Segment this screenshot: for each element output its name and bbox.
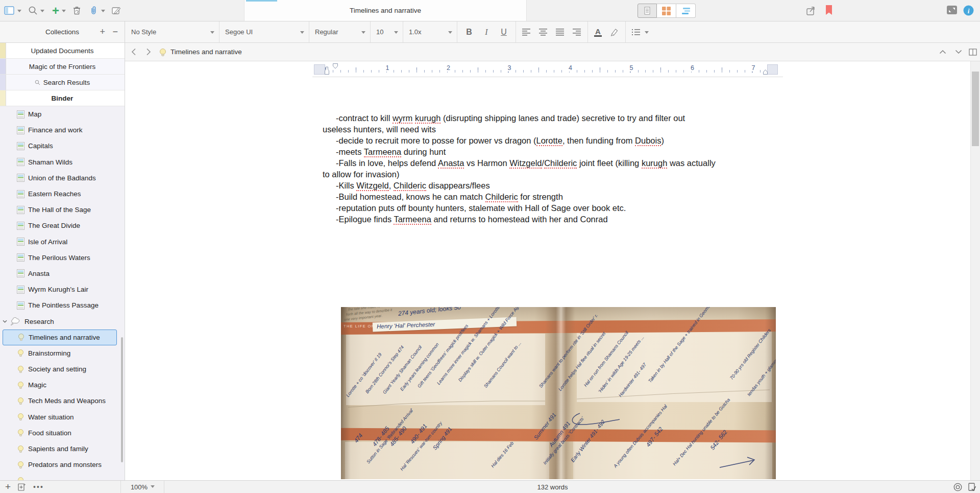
binder-item-magic[interactable]: Magic (0, 377, 125, 393)
collections-list: Updated DocumentsMagic of the FrontiersS… (0, 43, 125, 106)
editor-content[interactable]: 1234567 -contract to kill wyrm kurugh (d… (125, 61, 970, 480)
binder-item-finance-and-work[interactable]: Finance and work (0, 122, 125, 138)
page-view-icon[interactable] (968, 483, 976, 491)
binder-item-partial[interactable] (0, 473, 125, 480)
binder-item-predators-and-monsters[interactable]: Predators and monsters (0, 457, 125, 473)
binder-item-sapients-and-family[interactable]: Sapients and family (0, 441, 125, 457)
attachment-caret-icon[interactable] (101, 10, 105, 14)
split-editor-icon[interactable] (969, 49, 977, 56)
binder-panel-caret-icon[interactable] (17, 10, 21, 14)
forward-icon[interactable] (146, 48, 151, 56)
previous-document-icon[interactable] (939, 50, 946, 54)
binder-item-water-situation[interactable]: Water situation (0, 409, 125, 425)
right-indent-marker[interactable] (763, 69, 768, 75)
compose-icon[interactable] (111, 6, 121, 15)
binder-item-the-great-divide[interactable]: The Great Divide (0, 218, 125, 233)
binder-item-shaman-wilds[interactable]: Shaman Wilds (0, 154, 125, 170)
binder-sidebar: Updated DocumentsMagic of the FrontiersS… (0, 43, 125, 480)
inspector-info-icon[interactable]: i (963, 5, 974, 16)
ruler-number: 7 (750, 64, 757, 72)
next-document-icon[interactable] (955, 50, 962, 54)
outline-view-button[interactable] (676, 4, 696, 18)
ruler-baseline (312, 77, 783, 77)
collection-tab-magic-of-the-frontiers[interactable]: Magic of the Frontiers (0, 59, 125, 75)
binder-item-brainstorming[interactable]: Brainstorming (0, 345, 125, 361)
paragraph: -decide to recruit more to posse for pow… (323, 135, 792, 146)
project-targets-icon[interactable] (953, 483, 962, 491)
binder-item-wyrm-kurugh-s-lair[interactable]: Wyrm Kurugh's Lair (0, 281, 125, 297)
align-left-icon[interactable] (522, 29, 531, 36)
add-collection-button[interactable]: + (100, 21, 105, 42)
trash-icon[interactable] (72, 6, 82, 15)
ruler-ticks (325, 65, 767, 73)
binder-item-timelines-and-narrative[interactable]: Timelines and narrative (3, 330, 117, 345)
binder-item-food-situation[interactable]: Food situation (0, 425, 125, 441)
binder-item-isle-of-arrival[interactable]: Isle of Arrival (0, 234, 125, 250)
notebook-photo: THE LIFE OF Henry 'Hal' Perchester the t… (341, 307, 776, 479)
align-center-icon[interactable] (539, 29, 548, 36)
bookmark-icon[interactable] (825, 5, 833, 16)
font-family-select[interactable]: Segoe UI (219, 21, 309, 42)
back-icon[interactable] (131, 48, 136, 56)
first-line-indent-marker[interactable] (332, 63, 338, 69)
list-format-icon[interactable] (632, 29, 641, 36)
binder-item-tech-meds-and-weapons[interactable]: Tech Meds and Weapons (0, 393, 125, 409)
document-text[interactable]: -contract to kill wyrm kurugh (disruptin… (323, 112, 792, 225)
paragraph: -Build homestead, knows he can match Chi… (323, 191, 792, 202)
document-lightbulb-icon (159, 48, 167, 57)
line-spacing-select[interactable]: 1.0x (403, 21, 457, 42)
align-right-icon[interactable] (573, 29, 581, 36)
binder-item-anasta[interactable]: Anasta (0, 266, 125, 281)
binder-item-eastern-reaches[interactable]: Eastern Reaches (0, 186, 125, 202)
binder-add-document-icon[interactable] (18, 483, 26, 491)
align-justify-icon[interactable] (556, 29, 565, 36)
binder-add-icon[interactable]: + (5, 481, 11, 492)
collection-tab-search-results[interactable]: Search Results (0, 75, 125, 90)
view-mode-switcher (638, 4, 696, 18)
editor-title: Timelines and narrative (170, 43, 242, 61)
document-view-button[interactable] (638, 4, 657, 18)
attachment-icon[interactable] (89, 6, 99, 15)
font-weight-select[interactable]: Regular (309, 21, 371, 42)
binder-item-the-hall-of-the-sage[interactable]: The Hall of the Sage (0, 202, 125, 218)
main-toolbar: + Timelines and narrative (0, 0, 980, 21)
ruler[interactable]: 1234567 (314, 62, 778, 76)
sidebar-scrollbar-thumb[interactable] (121, 337, 123, 462)
binder-item-society-and-setting[interactable]: Society and setting (0, 361, 125, 377)
underline-button[interactable]: U (499, 28, 508, 37)
compose-mode-icon[interactable] (947, 5, 958, 15)
binder-more-icon[interactable]: ••• (33, 483, 44, 491)
bold-button[interactable]: B (464, 28, 474, 37)
paragraph: -Epilogue finds Tarmeena and returns to … (323, 214, 792, 225)
document-tab[interactable]: Timelines and narrative (244, 0, 527, 21)
list-format-caret-icon[interactable] (645, 31, 649, 36)
search-icon[interactable] (28, 6, 38, 15)
highlighter-icon[interactable] (610, 28, 619, 36)
binder-folder-research[interactable]: Research (0, 313, 125, 329)
text-color-button[interactable]: A (594, 28, 602, 37)
style-select[interactable]: No Style (126, 21, 219, 42)
binder-item-the-perilous-waters[interactable]: The Perilous Waters (0, 250, 125, 266)
search-caret-icon[interactable] (40, 10, 44, 14)
add-item-icon[interactable]: + (52, 6, 59, 15)
font-size-select[interactable]: 10 (371, 21, 403, 42)
binder-item-union-of-the-badlands[interactable]: Union of the Badlands (0, 170, 125, 186)
editor-scrollbar-thumb[interactable] (972, 72, 979, 146)
binder-item-capitals[interactable]: Capitals (0, 138, 125, 154)
editor-scrollbar[interactable] (970, 61, 980, 480)
left-indent-marker[interactable] (324, 66, 330, 75)
collection-tab-updated-documents[interactable]: Updated Documents (0, 43, 125, 59)
tab-accent-bar (246, 0, 277, 2)
corkboard-view-button[interactable] (657, 4, 676, 18)
binder-item-the-pointless-passage[interactable]: The Pointless Passage (0, 297, 125, 313)
editor-header: Timelines and narrative (125, 43, 980, 61)
paragraph: -Kills Witzgeld, Childeric disappears/fl… (323, 180, 792, 191)
binder-panel-icon[interactable] (4, 6, 15, 15)
paragraph: -contract to kill wyrm kurugh (disruptin… (323, 112, 792, 135)
italic-button[interactable]: I (482, 28, 491, 37)
add-item-caret-icon[interactable] (62, 10, 66, 14)
remove-collection-button[interactable]: − (112, 21, 118, 42)
collection-tab-binder[interactable]: Binder (0, 90, 125, 106)
binder-item-map[interactable]: Map (0, 106, 125, 122)
share-icon[interactable] (805, 5, 817, 16)
